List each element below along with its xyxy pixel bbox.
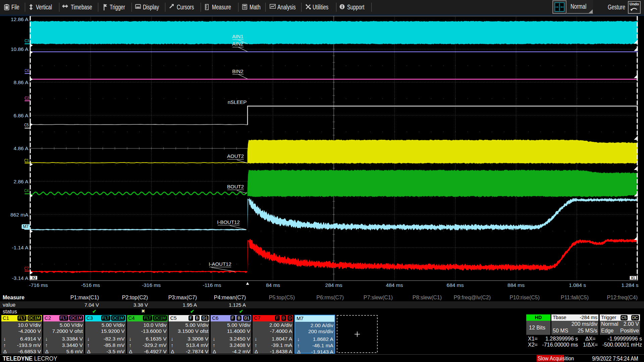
svg-text:-116 ms: -116 ms	[203, 282, 221, 288]
svg-text:C7: C7	[24, 266, 29, 271]
svg-text:1.284 s: 1.284 s	[622, 282, 639, 288]
svg-text:-3.14 A: -3.14 A	[12, 275, 29, 281]
svg-text:C3: C3	[24, 38, 29, 43]
svg-text:I-BOUT12: I-BOUT12	[217, 219, 240, 225]
svg-text:BOUT2: BOUT2	[227, 184, 244, 189]
svg-text:C2: C2	[24, 96, 29, 101]
svg-text:10.86 A: 10.86 A	[11, 46, 29, 52]
svg-text:884 ms: 884 ms	[507, 282, 525, 288]
svg-text:-316 ms: -316 ms	[142, 282, 161, 288]
svg-text:C6: C6	[24, 68, 29, 73]
svg-text:nSLEEP: nSLEEP	[228, 99, 247, 105]
svg-text:862 mA: 862 mA	[10, 212, 29, 218]
svg-text:BIN2: BIN2	[232, 68, 243, 74]
svg-text:X1: X1	[631, 276, 635, 280]
svg-text:AOUT2: AOUT2	[227, 153, 244, 159]
svg-text:84 ms: 84 ms	[266, 282, 280, 288]
svg-text:-1.14 A: -1.14 A	[12, 245, 29, 250]
svg-text:M7: M7	[23, 224, 29, 229]
svg-text:-716 ms: -716 ms	[29, 282, 48, 288]
svg-text:AIN2: AIN2	[232, 41, 243, 47]
svg-text:AIN1: AIN1	[232, 34, 243, 39]
svg-text:C4: C4	[24, 188, 29, 193]
svg-text:6.86 A: 6.86 A	[14, 113, 29, 118]
svg-text:-516 ms: -516 ms	[81, 282, 100, 288]
svg-text:284 ms: 284 ms	[325, 282, 342, 288]
svg-text:12.86 A: 12.86 A	[11, 16, 29, 22]
svg-text:8.86 A: 8.86 A	[14, 79, 29, 85]
svg-text:C1: C1	[24, 158, 29, 163]
svg-text:C5: C5	[24, 122, 29, 127]
svg-text:X2: X2	[32, 276, 36, 280]
svg-text:684 ms: 684 ms	[447, 282, 464, 288]
svg-text:484 ms: 484 ms	[386, 282, 403, 288]
svg-text:1.084 s: 1.084 s	[569, 282, 586, 288]
svg-text:2.86 A: 2.86 A	[14, 179, 29, 184]
svg-text:4.86 A: 4.86 A	[14, 145, 29, 151]
svg-text:I-AOUT12: I-AOUT12	[209, 261, 231, 267]
